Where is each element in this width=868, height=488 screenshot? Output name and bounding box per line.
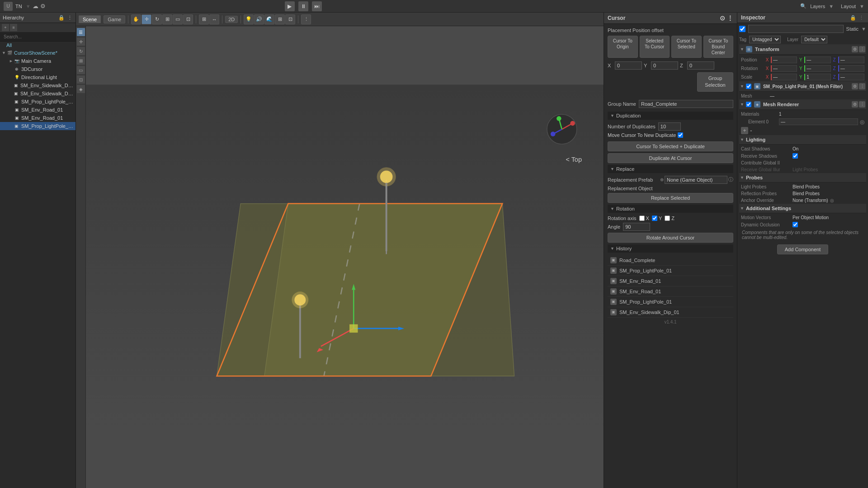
hierarchy-item-dirlight[interactable]: 💡 Directional Light: [0, 73, 75, 81]
scale-y-tr[interactable]: [804, 74, 830, 80]
history-item-2[interactable]: ▣ SM_Env_Road_01: [608, 276, 733, 286]
probes-header[interactable]: ▼ Probes: [739, 173, 866, 183]
axis-y-checkbox[interactable]: [652, 216, 657, 221]
hierarchy-lock-icon[interactable]: 🔒: [58, 14, 65, 21]
hierarchy-search[interactable]: [2, 33, 74, 40]
cursor-menu-icon[interactable]: ⋮: [727, 14, 733, 22]
btn-selected-to-cursor[interactable]: SelectedTo Cursor: [640, 36, 670, 58]
render-btn-2[interactable]: 🔊: [254, 14, 264, 24]
render-btn-4[interactable]: ⊞: [275, 14, 285, 24]
hierarchy-item-road1[interactable]: ▣ SM_Env_Road_01: [0, 106, 75, 114]
rotate-tool[interactable]: ↻: [152, 14, 162, 24]
lighting-header[interactable]: ▼ Lighting: [739, 135, 866, 145]
pos-z-tr[interactable]: [838, 56, 864, 63]
pause-button[interactable]: ⏸: [298, 1, 308, 11]
btn-cursor-to-origin[interactable]: Cursor ToOrigin: [608, 36, 638, 58]
mesh-filter-header[interactable]: ▼ ▣ SM_Prop_Light Pole_01 (Mesh Filter) …: [739, 81, 866, 92]
history-section-header[interactable]: ▼ History: [608, 244, 733, 253]
angle-input[interactable]: [623, 223, 650, 231]
hierarchy-add-btn[interactable]: +: [2, 24, 9, 31]
scale-x-tr[interactable]: [771, 74, 797, 80]
additional-settings-header[interactable]: ▼ Additional Settings: [739, 204, 866, 213]
receive-shadows-checkbox[interactable]: [793, 153, 798, 159]
pos-x-tr[interactable]: [771, 56, 797, 63]
history-item-3[interactable]: ▣ SM_Env_Road_01: [608, 286, 733, 297]
btn-cursor-bound-center[interactable]: Cursor ToBound Center: [703, 36, 734, 58]
pos-y-tr[interactable]: [804, 56, 830, 63]
anchor-select-icon[interactable]: ◎: [830, 198, 834, 203]
hierarchy-sort-btn[interactable]: ≡: [10, 24, 17, 31]
cloud-icon[interactable]: ☁: [33, 3, 38, 9]
duplication-section-header[interactable]: ▼ Duplication: [608, 112, 733, 120]
hierarchy-item-lightpole1[interactable]: ▣ SM_Prop_LightPole_01: [0, 98, 75, 106]
history-item-1[interactable]: ▣ SM_Prop_LightPole_01: [608, 266, 733, 276]
transform-component-header[interactable]: ▼ ⊞ Transform ⚙ ⋮: [739, 44, 866, 55]
pos-z-input[interactable]: [687, 61, 714, 70]
tab-scene[interactable]: Scene: [79, 15, 101, 23]
hierarchy-item-3dcursor[interactable]: ⊕ 3DCursor: [0, 65, 75, 73]
tool-move-scene[interactable]: ✛: [77, 38, 85, 46]
rot-z-tr[interactable]: [838, 65, 864, 72]
btn-duplicate-at-cursor[interactable]: Duplicate At Cursor: [608, 153, 733, 163]
hierarchy-item-all[interactable]: All: [0, 42, 75, 49]
btn-cursor-to-selected[interactable]: Cursor ToSelected: [671, 36, 702, 58]
move-tool[interactable]: ✛: [142, 14, 151, 24]
add-component-btn[interactable]: Add Component: [777, 244, 829, 254]
search-icon-top[interactable]: 🔍: [800, 3, 807, 9]
scene-view[interactable]: ☰ ✛ ↻ ⊞ ▭ ⊡ ◈: [76, 26, 604, 488]
hierarchy-item-sidewalk1[interactable]: ▣ SM_Env_Sidewalk_Dip_...: [0, 81, 75, 89]
hierarchy-menu-icon[interactable]: ⋮: [66, 14, 73, 21]
play-button[interactable]: ▶: [285, 1, 295, 11]
hierarchy-item-lightpole2[interactable]: ▣ SM_Prop_LightPole_01: [0, 122, 75, 130]
layout-dropdown[interactable]: Layout: [841, 4, 856, 9]
transform-settings-icon[interactable]: ⚙: [852, 46, 858, 52]
hierarchy-item-sidewalk2[interactable]: ▣ SM_Env_Sidewalk_Dip_...: [0, 89, 75, 98]
tool-transform-scene[interactable]: ⊡: [77, 75, 85, 84]
render-btn-1[interactable]: 💡: [244, 14, 254, 24]
mesh-renderer-settings[interactable]: ⚙: [852, 101, 858, 108]
mesh-filter-more[interactable]: ⋮: [859, 83, 865, 89]
hand-tool[interactable]: ✋: [131, 14, 141, 24]
scene-canvas[interactable]: < Top: [86, 26, 604, 488]
hierarchy-item-maincam[interactable]: ► 📷 Main Camera: [0, 57, 75, 65]
num-duplicates-input[interactable]: [658, 122, 681, 131]
scale-tool[interactable]: ⊞: [162, 14, 172, 24]
rot-x-tr[interactable]: [771, 65, 797, 72]
inspector-lock-icon[interactable]: 🔒: [850, 14, 856, 21]
pivot-btn[interactable]: ⊞: [199, 14, 209, 24]
mesh-renderer-checkbox[interactable]: [746, 102, 751, 107]
dynamic-occlusion-checkbox[interactable]: [793, 222, 798, 227]
tool-hand[interactable]: ☰: [77, 28, 85, 36]
obj-name-input[interactable]: [748, 25, 844, 33]
btn-cursor-to-selected-dup[interactable]: Cursor To Selected + Duplicate: [608, 141, 733, 151]
history-item-5[interactable]: ▣ SM_Env_Sidewalk_Dip_01: [608, 307, 733, 318]
replace-section-header[interactable]: ▼ Replace: [608, 165, 733, 173]
tag-select[interactable]: Untagged: [749, 36, 781, 43]
mat-add-btn[interactable]: +: [741, 127, 748, 134]
settings-icon[interactable]: ⚙: [40, 3, 46, 9]
rect-tool[interactable]: ▭: [173, 14, 183, 24]
pos-y-input[interactable]: [651, 61, 678, 70]
element0-input[interactable]: [779, 118, 858, 125]
history-item-4[interactable]: ▣ SM_Prop_LightPole_01: [608, 297, 733, 307]
layer-select[interactable]: Default: [801, 36, 827, 43]
rotation-section-header[interactable]: ▼ Rotation: [608, 205, 733, 213]
mesh-filter-checkbox[interactable]: [746, 84, 751, 89]
tab-game[interactable]: Game: [104, 15, 125, 23]
obj-active-checkbox[interactable]: [739, 26, 745, 32]
static-dropdown-arrow[interactable]: ▼: [861, 26, 866, 32]
group-name-input[interactable]: [639, 100, 733, 108]
transform-tool[interactable]: ⊡: [183, 14, 193, 24]
pos-x-input[interactable]: [615, 61, 642, 70]
btn-replace-selected[interactable]: Replace Selected: [608, 193, 733, 203]
transform-more-icon[interactable]: ⋮: [859, 46, 865, 52]
inspector-menu-icon[interactable]: ⋮: [858, 14, 864, 21]
tool-scale-scene[interactable]: ⊞: [77, 56, 85, 65]
move-cursor-checkbox[interactable]: [678, 132, 683, 138]
tool-custom-scene[interactable]: ◈: [77, 85, 85, 93]
axis-x-checkbox[interactable]: [639, 216, 645, 221]
local-btn[interactable]: ↔: [209, 14, 219, 24]
scale-z-tr[interactable]: [838, 74, 864, 80]
tool-rotate-scene[interactable]: ↻: [77, 47, 85, 55]
replacement-prefab-info[interactable]: ⓘ: [728, 176, 733, 183]
